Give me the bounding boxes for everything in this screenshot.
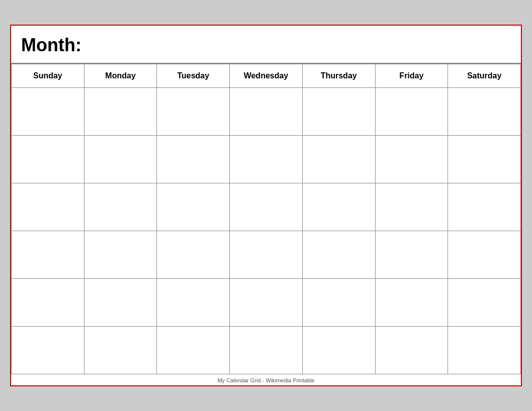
calendar-cell [157,88,230,136]
calendar-grid: SundayMondayTuesdayWednesdayThursdayFrid… [11,64,521,374]
calendar-cell [375,279,448,327]
calendar-cell [375,183,448,231]
calendar-cell [230,183,303,231]
calendar-cell [157,279,230,327]
day-header-friday: Friday [375,64,448,88]
calendar-cell [302,327,375,374]
calendar-cell [12,136,84,183]
calendar-row [12,327,521,374]
calendar-cell [448,279,521,327]
calendar-cell [84,136,157,183]
calendar-row [12,279,521,327]
calendar-cell [375,88,448,136]
day-header-thursday: Thursday [302,64,375,88]
calendar-cell [230,136,303,183]
calendar-cell [302,88,375,136]
page-container: Month: SundayMondayTuesdayWednesdayThurs… [10,25,522,386]
calendar-cell [157,136,230,183]
calendar-cell [84,279,157,327]
day-header-tuesday: Tuesday [157,64,230,88]
calendar-cell [230,327,303,374]
calendar-cell [84,88,157,136]
calendar-cell [375,327,448,374]
calendar-cell [12,327,84,374]
calendar-cell [375,231,448,279]
calendar-row [12,183,521,231]
month-header: Month: [11,26,521,64]
calendar-cell [84,183,157,231]
calendar-cell [448,183,521,231]
calendar-cell [302,279,375,327]
calendar-cell [448,136,521,183]
calendar-cell [157,231,230,279]
calendar-cell [12,183,84,231]
calendar-cell [84,327,157,374]
calendar-cell [230,279,303,327]
calendar-cell [157,327,230,374]
calendar-cell [84,231,157,279]
month-title: Month: [21,35,81,55]
calendar-cell [12,279,84,327]
day-header-monday: Monday [84,64,157,88]
calendar-cell [12,231,84,279]
calendar-cell [448,231,521,279]
calendar-cell [448,88,521,136]
calendar-row [12,231,521,279]
calendar-cell [230,88,303,136]
day-header-wednesday: Wednesday [230,64,303,88]
calendar-row [12,136,521,183]
day-header-sunday: Sunday [12,64,84,88]
calendar-cell [302,231,375,279]
calendar-cell [302,183,375,231]
footer-text: My Calendar Grid - Wikimedia Printable [11,374,521,385]
days-header-row: SundayMondayTuesdayWednesdayThursdayFrid… [12,64,521,88]
calendar-cell [12,88,84,136]
calendar-cell [230,231,303,279]
calendar-cell [375,136,448,183]
day-header-saturday: Saturday [448,64,521,88]
calendar-cell [157,183,230,231]
calendar-cell [448,327,521,374]
calendar-cell [302,136,375,183]
calendar-row [12,88,521,136]
